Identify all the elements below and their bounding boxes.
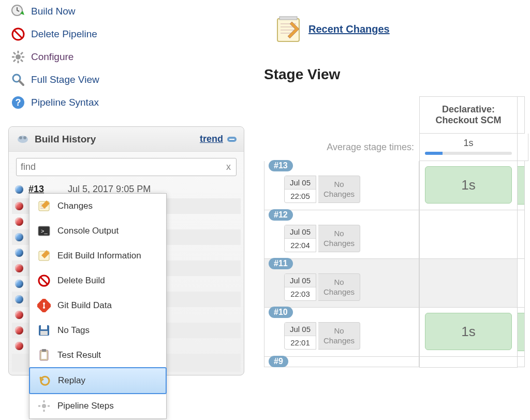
stage-box[interactable]: 1s [425, 166, 512, 204]
sidebar-link-label: Configure [31, 51, 73, 63]
svg-point-17 [19, 136, 22, 139]
svg-rect-34 [41, 352, 47, 359]
run-badge[interactable]: #9 [269, 356, 288, 367]
stage-cut-cell [518, 259, 525, 308]
stage-cut-cell [518, 210, 525, 259]
no-entry-icon [10, 26, 26, 42]
status-ball-red [15, 264, 23, 272]
sidebar-link-build-now[interactable]: Build Now [8, 0, 244, 23]
menu-item-changes[interactable]: Changes [30, 194, 166, 219]
stage-box[interactable]: 1s [425, 313, 512, 350]
svg-line-13 [19, 81, 23, 85]
status-ball-red [15, 342, 23, 350]
svg-rect-45 [279, 17, 297, 20]
redo-icon [37, 373, 52, 388]
menu-item-test-result[interactable]: Test Result [30, 343, 166, 368]
status-ball-red [15, 326, 23, 335]
menu-item-label: Git Build Data [57, 300, 112, 311]
avg-stage-label: Average stage times: [264, 134, 419, 161]
menu-item-label: Console Output [57, 226, 119, 236]
build-search[interactable]: x [16, 158, 237, 176]
stage-table: Declarative: Checkout SCM Average stage … [264, 96, 530, 368]
trend-link[interactable]: trend [200, 134, 223, 144]
no-entry-icon [37, 273, 51, 288]
status-ball-red [15, 218, 23, 226]
menu-item-edit-build-info[interactable]: Edit Build Information [30, 243, 166, 268]
stage-view-title: Stage View [264, 66, 530, 83]
menu-item-git-build-data[interactable]: Git Build Data [30, 293, 166, 318]
menu-item-label: Test Result [57, 350, 101, 360]
stage-column-header: Declarative: Checkout SCM [419, 96, 518, 134]
sidebar-link-label: Delete Pipeline [31, 28, 97, 40]
terminal-icon: >_ [37, 224, 51, 238]
svg-text:>_: >_ [41, 228, 48, 234]
status-ball-blue [15, 280, 23, 288]
stage-cut-cell [518, 161, 525, 210]
clear-icon[interactable]: x [221, 162, 236, 172]
sidebar-link-pipeline-syntax[interactable]: ? Pipeline Syntax [8, 91, 244, 114]
menu-item-label: Changes [57, 201, 93, 211]
run-date-box: Jul 0522:03 [284, 273, 316, 301]
status-ball-red [15, 202, 23, 210]
svg-point-35 [42, 404, 46, 408]
run-date-box: Jul 05 22:05 [284, 176, 316, 203]
sidebar-link-delete-pipeline[interactable]: Delete Pipeline [8, 23, 244, 46]
sidebar-link-configure[interactable]: Configure [8, 46, 244, 68]
run-changes-box: NoChanges [318, 225, 360, 252]
run-badge[interactable]: #13 [269, 160, 293, 171]
svg-rect-31 [40, 331, 48, 335]
run-date-box: Jul 0522:04 [284, 225, 316, 252]
status-ball-blue [15, 233, 23, 241]
status-ball-blue [15, 249, 23, 257]
svg-rect-33 [42, 349, 46, 352]
svg-point-18 [23, 136, 26, 139]
edit-icon [37, 249, 51, 263]
status-ball-red [15, 311, 23, 319]
sidebar-link-label: Full Stage View [31, 74, 99, 85]
menu-item-label: Delete Build [57, 276, 105, 286]
build-search-input[interactable] [17, 158, 221, 176]
avg-progress-bar [425, 152, 512, 155]
sidebar-link-label: Pipeline Syntax [31, 97, 99, 108]
menu-item-label: Pipeline Steps [57, 401, 114, 411]
menu-item-delete-build[interactable]: Delete Build [30, 268, 166, 293]
run-changes-box: NoChanges [318, 322, 360, 350]
collapse-icon[interactable] [227, 137, 237, 142]
git-icon [37, 298, 51, 313]
menu-item-console-output[interactable]: >_ Console Output [30, 219, 166, 243]
recent-changes[interactable]: Recent Changes [274, 15, 530, 44]
svg-line-11 [13, 60, 16, 62]
stage-box-empty [425, 215, 512, 253]
menu-item-label: No Tags [57, 325, 90, 336]
sidebar-link-full-stage-view[interactable]: Full Stage View [8, 68, 244, 91]
run-badge[interactable]: #10 [269, 307, 293, 318]
svg-line-9 [21, 60, 23, 62]
run-changes-box: NoChanges [318, 273, 360, 301]
run-badge[interactable]: #12 [269, 209, 293, 221]
gear-icon [10, 49, 26, 65]
status-ball-blue [15, 295, 23, 303]
run-changes-box: NoChanges [318, 176, 360, 203]
run-badge[interactable]: #11 [269, 258, 293, 269]
build-history-title: Build History [35, 134, 96, 145]
save-icon [37, 323, 51, 338]
clipboard-icon [37, 348, 51, 363]
recent-changes-link[interactable]: Recent Changes [308, 23, 390, 35]
svg-line-8 [13, 52, 16, 54]
menu-item-label: Replay [58, 375, 85, 386]
help-icon: ? [10, 95, 26, 110]
menu-item-replay[interactable]: Replay [29, 367, 167, 394]
menu-item-pipeline-steps[interactable]: Pipeline Steps [30, 394, 166, 418]
svg-rect-30 [41, 325, 47, 329]
gear-icon [37, 399, 51, 413]
status-ball-blue [15, 185, 23, 194]
run-date-box: Jul 0522:01 [284, 322, 316, 350]
svg-line-2 [14, 31, 22, 38]
svg-text:?: ? [16, 97, 21, 108]
menu-item-label: Edit Build Information [57, 251, 141, 261]
avg-stage-value: 1s [419, 134, 518, 161]
avg-cut-cell [518, 134, 528, 161]
notepad-icon [37, 199, 51, 213]
menu-item-no-tags[interactable]: No Tags [30, 318, 166, 343]
notepad-icon [274, 15, 303, 44]
